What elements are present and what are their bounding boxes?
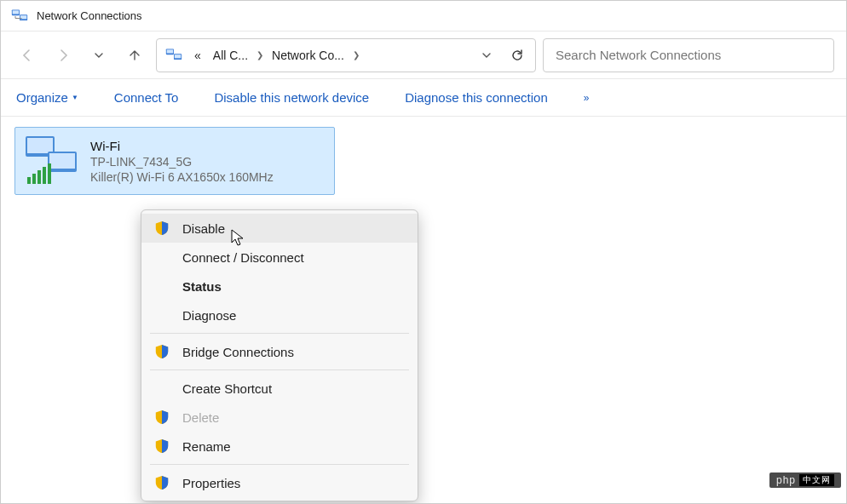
- ctx-rename[interactable]: Rename: [141, 432, 418, 461]
- svg-rect-1: [13, 10, 20, 14]
- up-button[interactable]: [120, 41, 149, 70]
- ctx-status[interactable]: Status: [141, 272, 418, 301]
- content-area: Wi-Fi TP-LINK_7434_5G Killer(R) Wi-Fi 6 …: [1, 117, 846, 503]
- svg-rect-9: [27, 138, 53, 153]
- svg-rect-16: [48, 163, 51, 184]
- breadcrumb-prefix[interactable]: «: [189, 45, 206, 66]
- ctx-delete: Delete: [141, 403, 418, 432]
- address-bar[interactable]: « All C... ❯ Network Co... ❯: [156, 38, 536, 72]
- diagnose-connection-button[interactable]: Diagnose this connection: [405, 90, 548, 105]
- address-dropdown-button[interactable]: [472, 41, 501, 70]
- shield-icon: [153, 409, 170, 426]
- connection-adapter: Killer(R) Wi-Fi 6 AX1650x 160MHz: [90, 170, 274, 184]
- separator: [150, 333, 409, 334]
- connect-to-button[interactable]: Connect To: [114, 90, 179, 105]
- ctx-diagnose[interactable]: Diagnose: [141, 301, 418, 329]
- svg-rect-14: [37, 170, 41, 184]
- shield-icon: [153, 438, 170, 455]
- chevron-right-icon[interactable]: ❯: [255, 50, 265, 60]
- connection-name: Wi-Fi: [90, 139, 274, 153]
- svg-rect-7: [175, 54, 182, 58]
- shield-icon: [153, 474, 170, 491]
- refresh-button[interactable]: [503, 41, 532, 70]
- separator: [150, 464, 409, 465]
- svg-rect-5: [167, 49, 174, 53]
- context-menu: Disable Connect / Disconnect Status Diag…: [141, 209, 418, 501]
- watermark-badge: php中文网: [769, 472, 841, 488]
- network-adapter-icon: [22, 133, 82, 187]
- recent-locations-button[interactable]: [84, 41, 113, 70]
- ctx-create-shortcut[interactable]: Create Shortcut: [141, 374, 418, 403]
- network-connections-icon: [11, 8, 28, 25]
- breadcrumb-seg-1[interactable]: All C...: [208, 45, 253, 66]
- svg-rect-11: [49, 153, 75, 169]
- command-bar: Organize▼ Connect To Disable this networ…: [1, 79, 846, 117]
- breadcrumb-seg-2[interactable]: Network Co...: [267, 45, 349, 66]
- disable-device-button[interactable]: Disable this network device: [214, 90, 369, 105]
- connection-ssid: TP-LINK_7434_5G: [90, 155, 274, 169]
- shield-icon: [153, 343, 170, 360]
- ctx-disable[interactable]: Disable: [141, 214, 418, 243]
- separator: [150, 369, 409, 370]
- chevron-down-icon: ▼: [72, 94, 78, 101]
- search-input[interactable]: [556, 48, 821, 62]
- ctx-connect-disconnect[interactable]: Connect / Disconnect: [141, 243, 418, 272]
- organize-menu[interactable]: Organize▼: [16, 90, 78, 105]
- back-button[interactable]: [13, 41, 42, 70]
- title-bar: Network Connections: [1, 1, 846, 32]
- shield-icon: [153, 220, 170, 237]
- connection-tile-wifi[interactable]: Wi-Fi TP-LINK_7434_5G Killer(R) Wi-Fi 6 …: [14, 127, 335, 195]
- chevron-right-icon[interactable]: ❯: [351, 50, 361, 60]
- ctx-bridge-connections[interactable]: Bridge Connections: [141, 337, 418, 366]
- overflow-button[interactable]: »: [584, 92, 591, 104]
- forward-button[interactable]: [49, 41, 78, 70]
- svg-rect-15: [43, 167, 46, 184]
- svg-rect-13: [32, 174, 36, 184]
- window-title: Network Connections: [37, 9, 142, 22]
- address-bar-icon: [164, 45, 184, 66]
- search-box[interactable]: [543, 38, 834, 72]
- svg-rect-12: [27, 177, 31, 184]
- nav-bar: « All C... ❯ Network Co... ❯: [1, 32, 846, 79]
- ctx-properties[interactable]: Properties: [141, 468, 418, 497]
